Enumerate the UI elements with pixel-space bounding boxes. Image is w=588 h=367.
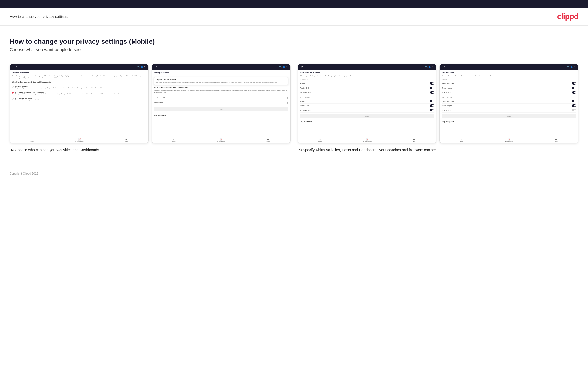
privacy-controls-tab[interactable]: Privacy Controls <box>154 72 169 74</box>
search-icon-4[interactable]: 🔍 <box>567 66 570 68</box>
search-icon[interactable]: 🔍 <box>137 66 140 68</box>
followers-what-to-work-row[interactable]: What To Work On <box>441 108 576 113</box>
search-icon-3[interactable]: 🔍 <box>425 66 428 68</box>
nav-performance-3[interactable]: 📈 My Performance <box>363 138 372 142</box>
nav-menu-2[interactable]: ☰ Menu <box>267 138 270 142</box>
profile-icon[interactable]: 👤 <box>141 66 143 68</box>
dashboards-label: Dashboards <box>154 102 163 103</box>
back-button-1[interactable]: ❮ < Back <box>12 66 19 68</box>
profile-icon-2[interactable]: 👤 <box>283 66 285 68</box>
dashboards-desc: Select the dashboards that you'd like to… <box>441 75 576 77</box>
back-button-3[interactable]: ❮ Back <box>300 66 306 68</box>
help-support-label-4: Help & Support <box>441 121 454 123</box>
logo: clippd <box>557 12 578 21</box>
back-button-4[interactable]: ❮ Back <box>442 66 448 68</box>
activities-posts-row[interactable]: Activities and Posts ❯ <box>154 96 288 100</box>
coaches-round-insights-row[interactable]: Round Insights <box>441 86 576 90</box>
followers-what-to-work-toggle[interactable] <box>572 109 576 111</box>
followers-rounds-toggle[interactable] <box>430 100 434 102</box>
save-button-2[interactable]: Save <box>154 107 288 111</box>
page-subtitle: Choose what you want people to see <box>10 47 578 52</box>
radio-content-only-you: Only You and Your Coach Only you and the… <box>15 98 39 101</box>
coaches-player-dash-row[interactable]: Player Dashboard <box>441 81 576 86</box>
radio-label-only-you: Only You and Your Coach <box>15 98 39 99</box>
phone-header-2: ❮ Back 🔍 👤 ⛭ <box>152 64 290 70</box>
nav-menu-3[interactable]: ☰ Menu <box>413 138 416 142</box>
followers-manual-row[interactable]: Manual Activities <box>300 108 435 113</box>
who-can-see-heading: Who Can See Your Activities and Dashboar… <box>12 81 147 83</box>
top-bar <box>0 0 588 8</box>
nav-home-2[interactable]: ⌂ Home <box>172 138 175 142</box>
radio-approved[interactable]: Only Approved Followers and Your Coach O… <box>12 90 147 96</box>
followers-round-insights-toggle[interactable] <box>572 104 576 107</box>
header: How to change your privacy settings clip… <box>0 8 588 26</box>
nav-menu-1[interactable]: ☰ Menu <box>125 138 128 142</box>
coaches-drills-toggle[interactable] <box>430 87 434 89</box>
coaches-manual-label: Manual Activities <box>300 92 311 93</box>
radio-everyone[interactable]: Everyone on Clippd Everyone on Clippd ca… <box>12 84 147 90</box>
coaches-manual-row[interactable]: Manual Activities <box>300 90 435 95</box>
tooltip-title: Only You and Your Coach <box>156 79 286 80</box>
followers-player-dash-toggle[interactable] <box>572 100 576 102</box>
coaches-what-to-work-row[interactable]: What To Work On <box>441 90 576 95</box>
help-support-label-2: Help & Support <box>154 114 166 116</box>
help-support-label-3: Help & Support <box>300 121 312 123</box>
screenshot-pair-right: ❮ Back 🔍 👤 ⛭ Activities and Posts Select… <box>298 64 579 143</box>
phone-screen-1: ❮ < Back 🔍 👤 ⛭ Privacy Controls Control … <box>10 64 149 143</box>
coaches-round-insights-toggle[interactable] <box>572 87 576 89</box>
profile-icon-3[interactable]: 👤 <box>429 66 431 68</box>
coaches-drills-row[interactable]: Practice Drills <box>300 86 435 90</box>
settings-icon-4[interactable]: ⛭ <box>574 66 576 68</box>
home-icon-4: ⌂ <box>461 138 462 141</box>
nav-home-3[interactable]: ⌂ Home <box>318 138 321 142</box>
followers-round-insights-row[interactable]: Round Insights <box>441 103 576 108</box>
nav-performance-1[interactable]: 📈 My Performance <box>75 138 84 142</box>
followers-rounds-row[interactable]: Rounds <box>300 99 435 103</box>
followers-manual-toggle[interactable] <box>430 109 434 111</box>
coaches-rounds-row[interactable]: Rounds <box>300 81 435 86</box>
home-icon-2: ⌂ <box>173 138 174 141</box>
followers-drills-toggle[interactable] <box>430 104 434 107</box>
nav-home-4[interactable]: ⌂ Home <box>460 138 463 142</box>
settings-icon-3[interactable]: ⛭ <box>432 66 434 68</box>
phone-screen-2: ❮ Back 🔍 👤 ⛭ Privacy Controls Only You a <box>152 64 291 143</box>
tooltip-text: Only you and the coaches you connect wit… <box>156 81 286 83</box>
radio-circle-approved <box>12 92 14 94</box>
save-button-4[interactable]: Save <box>441 114 576 118</box>
back-button-2[interactable]: ❮ Back <box>154 66 160 68</box>
followers-label-3: FOLLOWERS <box>300 97 435 98</box>
dashboards-title: Dashboards <box>441 72 576 74</box>
show-hide-title: Show or hide specific features in Clippd <box>154 86 288 88</box>
show-hide-text: Regardless of the privacy controls that … <box>154 90 288 94</box>
help-support-2: Help & Support <box>154 113 288 117</box>
performance-icon-3: 📈 <box>366 138 368 141</box>
coaches-rounds-toggle[interactable] <box>430 82 434 84</box>
dashboards-row[interactable]: Dashboards ❯ <box>154 100 288 105</box>
coaches-label-3: COACHES <box>300 79 435 80</box>
nav-home-1[interactable]: ⌂ Home <box>31 138 34 142</box>
settings-icon[interactable]: ⛭ <box>144 66 146 68</box>
nav-menu-label-2: Menu <box>267 141 270 142</box>
radio-only-you[interactable]: Only You and Your Coach Only you and the… <box>12 96 147 102</box>
settings-icon-2[interactable]: ⛭ <box>286 66 288 68</box>
nav-performance-4[interactable]: 📈 My Performance <box>505 138 513 142</box>
home-icon-1: ⌂ <box>31 138 33 141</box>
phone-header-3: ❮ Back 🔍 👤 ⛭ <box>298 64 436 70</box>
caption-5: 5) Specify which Activities, Posts and D… <box>298 147 579 153</box>
coaches-manual-toggle[interactable] <box>430 91 434 94</box>
followers-player-dash-row[interactable]: Player Dashboard <box>441 99 576 103</box>
search-icon-2[interactable]: 🔍 <box>279 66 282 68</box>
phone-body-2: Privacy Controls Only You and Your Coach… <box>152 70 290 137</box>
phone-body-3: Activities and Posts Select the types of… <box>298 70 436 137</box>
followers-drills-row[interactable]: Practice Drills <box>300 103 435 108</box>
nav-performance-2[interactable]: 📈 My Performance <box>217 138 225 142</box>
coaches-player-dash-toggle[interactable] <box>572 82 576 84</box>
save-button-3[interactable]: Save <box>300 114 435 118</box>
followers-player-dash-label: Player Dashboard <box>441 100 454 102</box>
profile-icon-4[interactable]: 👤 <box>571 66 573 68</box>
coaches-what-to-work-label: What To Work On <box>441 92 454 93</box>
coaches-what-to-work-toggle[interactable] <box>572 91 576 94</box>
radio-content-everyone: Everyone on Clippd Everyone on Clippd ca… <box>15 85 106 89</box>
nav-menu-4[interactable]: ☰ Menu <box>554 138 558 142</box>
nav-performance-label-3: My Performance <box>363 141 372 142</box>
